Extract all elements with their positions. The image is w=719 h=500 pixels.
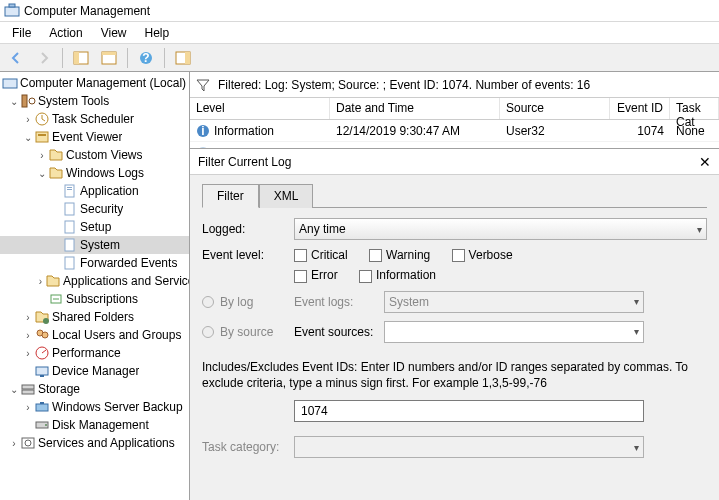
- expand-icon[interactable]: ›: [36, 276, 45, 287]
- collapse-icon[interactable]: ⌄: [8, 96, 20, 107]
- back-button[interactable]: [4, 47, 28, 69]
- svg-rect-3: [74, 52, 79, 64]
- tree-apps-services-logs[interactable]: › Applications and Services Logs: [0, 272, 189, 290]
- tree-log-setup[interactable]: Setup: [0, 218, 189, 236]
- tree-root[interactable]: Computer Management (Local): [0, 74, 189, 92]
- dropdown-icon: ▾: [634, 326, 639, 337]
- col-source[interactable]: Source: [500, 98, 610, 119]
- task-category-combo: ▾: [294, 436, 644, 458]
- col-date[interactable]: Date and Time: [330, 98, 500, 119]
- menu-view[interactable]: View: [93, 24, 135, 42]
- tree-event-viewer[interactable]: ⌄ Event Viewer: [0, 128, 189, 146]
- col-level[interactable]: Level: [190, 98, 330, 119]
- expand-icon[interactable]: ›: [22, 312, 34, 323]
- dialog-title: Filter Current Log: [198, 155, 291, 169]
- expand-icon[interactable]: ›: [22, 114, 34, 125]
- svg-rect-11: [22, 95, 27, 107]
- tree-shared-folders[interactable]: › Shared Folders: [0, 308, 189, 326]
- toolbar-separator: [62, 48, 63, 68]
- dialog-tabs: Filter XML: [202, 183, 707, 208]
- filter-dialog: Filter Current Log ✕ Filter XML Logged: …: [190, 148, 719, 500]
- expand-icon[interactable]: ›: [22, 402, 34, 413]
- svg-rect-5: [102, 52, 116, 55]
- filter-status-bar: Filtered: Log: System; Source: ; Event I…: [190, 72, 719, 98]
- navigation-tree[interactable]: Computer Management (Local) ⌄ System Too…: [0, 72, 190, 500]
- content-pane: Filtered: Log: System; Source: ; Event I…: [190, 72, 719, 500]
- svg-rect-17: [67, 187, 72, 188]
- event-row[interactable]: i Information 12/14/2019 9:30:47 AM User…: [190, 120, 719, 142]
- properties-button[interactable]: [97, 47, 121, 69]
- svg-rect-30: [22, 385, 34, 389]
- tree-log-application[interactable]: Application: [0, 182, 189, 200]
- tree-services-apps[interactable]: › Services and Applications: [0, 434, 189, 452]
- event-grid-header: Level Date and Time Source Event ID Task…: [190, 98, 719, 120]
- checkbox-error[interactable]: [294, 270, 307, 283]
- tree-windows-logs[interactable]: ⌄ Windows Logs: [0, 164, 189, 182]
- tree-log-system[interactable]: System: [0, 236, 189, 254]
- col-event-id[interactable]: Event ID: [610, 98, 670, 119]
- tree-custom-views[interactable]: › Custom Views: [0, 146, 189, 164]
- logged-select[interactable]: Any time ▾: [294, 218, 707, 240]
- tree-storage[interactable]: ⌄ Storage: [0, 380, 189, 398]
- checkbox-verbose[interactable]: [452, 249, 465, 262]
- checkbox-information[interactable]: [359, 270, 372, 283]
- checkbox-critical[interactable]: [294, 249, 307, 262]
- menu-action[interactable]: Action: [41, 24, 90, 42]
- svg-rect-14: [36, 132, 48, 142]
- svg-rect-28: [36, 367, 48, 375]
- svg-rect-32: [36, 404, 48, 411]
- tree-local-users[interactable]: › Local Users and Groups: [0, 326, 189, 344]
- tree-subscriptions[interactable]: Subscriptions: [0, 290, 189, 308]
- expand-icon[interactable]: ›: [22, 330, 34, 341]
- expand-icon[interactable]: ›: [8, 438, 20, 449]
- svg-text:?: ?: [142, 51, 149, 65]
- dialog-titlebar: Filter Current Log ✕: [190, 149, 719, 175]
- col-task[interactable]: Task Cat: [670, 98, 719, 119]
- expand-icon[interactable]: ›: [22, 348, 34, 359]
- tree-log-forwarded[interactable]: Forwarded Events: [0, 254, 189, 272]
- toolbar-separator: [127, 48, 128, 68]
- collapse-icon[interactable]: ⌄: [22, 132, 34, 143]
- filter-status-text: Filtered: Log: System; Source: ; Event I…: [218, 78, 590, 92]
- event-ids-input[interactable]: [294, 400, 644, 422]
- checkbox-warning[interactable]: [369, 249, 382, 262]
- app-icon: [4, 3, 20, 19]
- menu-file[interactable]: File: [4, 24, 39, 42]
- tree-system-tools[interactable]: ⌄ System Tools: [0, 92, 189, 110]
- help-button[interactable]: ?: [134, 47, 158, 69]
- tab-filter[interactable]: Filter: [202, 184, 259, 208]
- tree-log-security[interactable]: Security: [0, 200, 189, 218]
- tree-performance[interactable]: › Performance: [0, 344, 189, 362]
- label-event-logs: Event logs:: [294, 295, 384, 309]
- event-ids-help: Includes/Excludes Event IDs: Enter ID nu…: [202, 359, 707, 393]
- event-sources-combo[interactable]: ▾: [384, 321, 644, 343]
- tree-disk-management[interactable]: Disk Management: [0, 416, 189, 434]
- action-pane-button[interactable]: [171, 47, 195, 69]
- svg-rect-21: [65, 239, 74, 251]
- radio-by-source: [202, 326, 214, 338]
- svg-rect-1: [9, 4, 15, 7]
- toolbar: ?: [0, 44, 719, 72]
- tab-xml[interactable]: XML: [259, 184, 314, 208]
- menubar: File Action View Help: [0, 22, 719, 44]
- chevron-down-icon: ▾: [697, 224, 702, 235]
- dropdown-icon: ▾: [634, 442, 639, 453]
- svg-rect-15: [38, 134, 46, 136]
- collapse-icon[interactable]: ⌄: [36, 168, 48, 179]
- svg-rect-18: [67, 189, 72, 190]
- toolbar-separator: [164, 48, 165, 68]
- info-icon: i: [196, 124, 210, 138]
- tree-ws-backup[interactable]: › Windows Server Backup: [0, 398, 189, 416]
- menu-help[interactable]: Help: [137, 24, 178, 42]
- label-logged: Logged:: [202, 222, 294, 236]
- close-button[interactable]: ✕: [699, 154, 711, 170]
- svg-rect-29: [40, 375, 44, 377]
- expand-icon[interactable]: ›: [36, 150, 48, 161]
- show-hide-tree-button[interactable]: [69, 47, 93, 69]
- svg-rect-22: [65, 257, 74, 269]
- tree-device-manager[interactable]: Device Manager: [0, 362, 189, 380]
- tree-task-scheduler[interactable]: › Task Scheduler: [0, 110, 189, 128]
- collapse-icon[interactable]: ⌄: [8, 384, 20, 395]
- svg-text:i: i: [201, 124, 204, 138]
- svg-rect-19: [65, 203, 74, 215]
